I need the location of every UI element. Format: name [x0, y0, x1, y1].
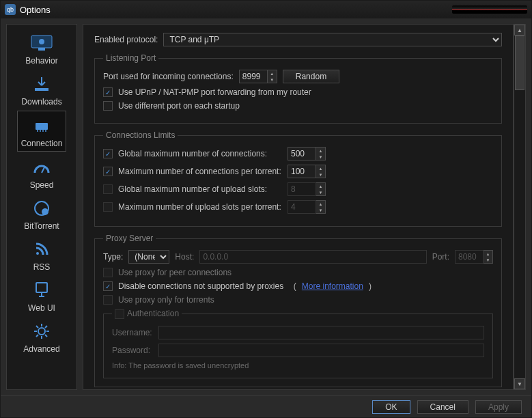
webui-icon [28, 280, 55, 301]
port-label: Port used for incoming connections: [103, 72, 234, 81]
maxuppt-checkbox[interactable] [103, 202, 113, 212]
globe-icon [28, 198, 55, 219]
app-icon: qb [5, 4, 16, 15]
auth-pass-label: Password: [112, 346, 153, 355]
maxup-input [288, 182, 316, 196]
scroll-down-icon[interactable]: ▼ [514, 378, 525, 389]
vertical-scrollbar[interactable]: ▲ ▼ [514, 24, 526, 390]
download-icon [28, 74, 55, 94]
content-panel: Enabled protocol: TCP and μTP Listening … [83, 24, 514, 390]
network-icon [28, 115, 55, 136]
svg-point-2 [39, 39, 44, 44]
nav-downloads[interactable]: Downloads [17, 70, 66, 109]
proxy-disable-label: Disable connections not supported by pro… [118, 281, 283, 291]
protocol-label: Enabled protocol: [94, 35, 158, 44]
maxup-spinner: ▲▼ [316, 182, 326, 196]
gear-icon [28, 321, 55, 342]
proxy-host-input [199, 250, 426, 264]
maxup-label: Global maximum number of upload slots: [118, 184, 282, 194]
proxy-port-spinner: ▲▼ [484, 250, 493, 264]
maxup-checkbox[interactable] [103, 184, 113, 194]
proxy-server-group: Proxy Server Type: (None) Host: Port: ▲▼… [94, 234, 502, 387]
nav-connection[interactable]: Connection [17, 111, 66, 152]
auth-pass-input [158, 344, 484, 357]
svg-rect-7 [36, 283, 47, 292]
maxconnpt-label: Maximum number of connections per torren… [118, 167, 282, 176]
port-spinner[interactable]: ▲▼ [268, 70, 277, 83]
maxconn-label: Global maximum number of connections: [118, 149, 282, 158]
auth-legend: Authentication [112, 309, 182, 319]
titlebar: qb Options [1, 1, 531, 18]
nav-rss[interactable]: RSS [17, 235, 66, 275]
scroll-up-icon[interactable]: ▲ [514, 25, 525, 36]
port-input[interactable] [239, 70, 268, 83]
nav-speed[interactable]: Speed [17, 153, 66, 193]
maxuppt-input [288, 200, 316, 214]
svg-point-8 [38, 328, 45, 335]
upnp-label: Use UPnP / NAT-PMP port forwarding from … [118, 87, 311, 97]
window-controls[interactable] [452, 5, 527, 14]
proxy-host-label: Host: [175, 252, 194, 262]
scroll-thumb[interactable] [515, 36, 524, 90]
upnp-checkbox[interactable] [103, 87, 113, 97]
authentication-group: Authentication Username: Password: Info:… [103, 309, 493, 378]
svg-point-5 [42, 208, 48, 215]
protocol-select[interactable]: TCP and μTP [163, 33, 502, 46]
maxconn-checkbox[interactable] [103, 149, 113, 158]
maxconn-input[interactable] [288, 147, 316, 161]
maxuppt-spinner: ▲▼ [316, 200, 326, 214]
nav-bittorrent[interactable]: BitTorrent [17, 194, 66, 234]
nav-webui[interactable]: Web UI [17, 276, 66, 316]
apply-button[interactable]: Apply [475, 400, 522, 414]
proxy-type-label: Type: [103, 252, 123, 262]
auth-checkbox [115, 309, 124, 319]
ok-button[interactable]: OK [372, 400, 410, 414]
nav-advanced[interactable]: Advanced [17, 317, 66, 357]
monitor-icon [28, 33, 55, 53]
proxy-type-select[interactable]: (None) [128, 250, 169, 264]
cancel-button[interactable]: Cancel [417, 400, 468, 414]
random-button[interactable]: Random [283, 70, 339, 83]
gauge-icon [28, 157, 55, 178]
maxconnpt-checkbox[interactable] [103, 167, 113, 176]
listening-port-group: Listening Port Port used for incoming co… [94, 53, 502, 124]
maxconnpt-spinner[interactable]: ▲▼ [316, 165, 326, 178]
proxy-torrents-label: Use proxy only for torrents [118, 295, 214, 305]
auth-user-input [158, 326, 484, 339]
more-info-link[interactable]: More information [302, 281, 363, 291]
connections-limits-group: Connections Limits Global maximum number… [94, 130, 502, 227]
proxy-legend: Proxy Server [103, 234, 156, 243]
maxconn-spinner[interactable]: ▲▼ [316, 147, 326, 161]
sidebar: Behavior Downloads Connection Speed BitT… [6, 24, 77, 390]
rss-icon [28, 239, 55, 260]
listening-legend: Listening Port [103, 53, 158, 63]
options-window: qb Options Behavior Downloads Connection… [0, 0, 532, 418]
diffport-label: Use different port on each startup [118, 101, 240, 111]
auth-hint: Info: The password is saved unencrypted [112, 361, 484, 370]
limits-legend: Connections Limits [103, 130, 178, 140]
diffport-checkbox[interactable] [103, 101, 113, 111]
proxy-peer-checkbox [103, 268, 113, 277]
svg-point-6 [36, 252, 39, 255]
proxy-torrents-checkbox [103, 295, 113, 305]
auth-user-label: Username: [112, 328, 153, 337]
maxuppt-label: Maximum number of upload slots per torre… [118, 202, 282, 212]
proxy-disable-checkbox[interactable] [103, 281, 113, 291]
window-title: Options [20, 5, 51, 15]
button-bar: OK Cancel Apply [1, 395, 531, 417]
proxy-port-input [455, 250, 484, 264]
proxy-peer-label: Use proxy for peer connections [118, 268, 232, 277]
proxy-port-label: Port: [432, 252, 449, 262]
nav-behavior[interactable]: Behavior [17, 29, 66, 68]
svg-rect-1 [38, 48, 45, 51]
svg-rect-3 [36, 123, 48, 130]
maxconnpt-input[interactable] [288, 165, 316, 178]
